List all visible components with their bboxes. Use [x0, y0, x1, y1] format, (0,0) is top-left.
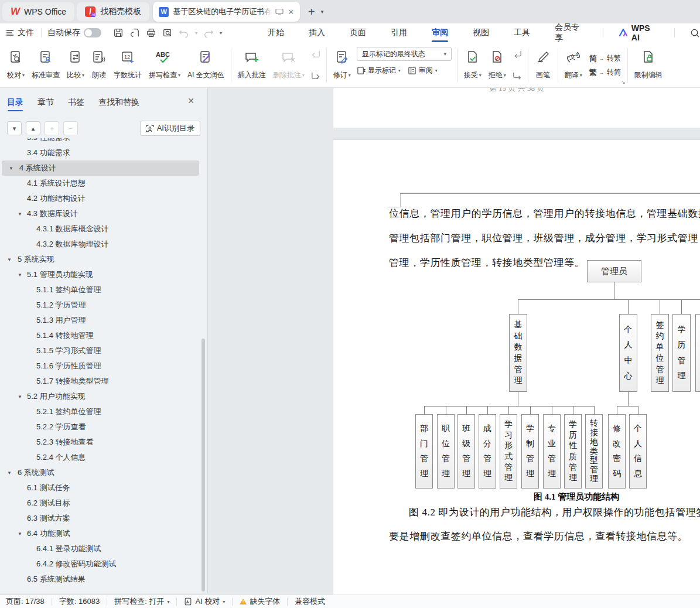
- panel-tab-chapters[interactable]: 章节: [37, 97, 54, 112]
- next-change-icon[interactable]: [512, 71, 523, 80]
- print-icon[interactable]: [146, 28, 156, 38]
- read-aloud-button[interactable]: 朗读: [88, 45, 110, 86]
- new-tab-button[interactable]: +: [308, 5, 315, 19]
- toc-item[interactable]: ▼6 系统测试: [0, 465, 207, 480]
- compare-button[interactable]: 比较▾: [63, 45, 88, 86]
- toc-item[interactable]: ▼5.1 管理员功能实现: [0, 267, 207, 282]
- toc-item[interactable]: 6.1 测试任务: [0, 480, 207, 496]
- word-count-indicator[interactable]: 字数: 16083: [59, 596, 100, 607]
- toc-item[interactable]: 3.3 性能需求: [0, 138, 207, 145]
- show-markup-button[interactable]: 显示标记▾: [357, 66, 401, 76]
- ai-proofread-status[interactable]: AI 校对▾: [184, 596, 225, 607]
- undo-chevron-icon[interactable]: ▾: [195, 30, 197, 36]
- restrict-editing-button[interactable]: 限制编辑: [631, 45, 666, 86]
- menu-page[interactable]: 页面: [349, 25, 367, 41]
- present-icon[interactable]: [275, 8, 284, 15]
- next-comment-icon[interactable]: [310, 71, 321, 80]
- autosave-toggle[interactable]: [84, 28, 101, 37]
- panel-tab-bookmarks[interactable]: 书签: [68, 97, 84, 112]
- save-icon[interactable]: [113, 28, 124, 38]
- tab-document-active[interactable]: W 基于区块链的电子学历证书存 ✕: [153, 2, 300, 22]
- toc-item[interactable]: 3.4 功能需求: [0, 145, 207, 160]
- toc-item[interactable]: 5.2.3 转接地查看: [0, 435, 207, 450]
- toc-item[interactable]: ▼4 系统设计: [2, 160, 199, 176]
- menu-tools[interactable]: 工具: [513, 25, 531, 41]
- redo-icon[interactable]: [203, 28, 214, 37]
- previous-comment-icon[interactable]: [310, 49, 321, 59]
- accept-button[interactable]: 接受▾: [460, 45, 485, 86]
- toc-item[interactable]: 4.1 系统设计思想: [0, 176, 207, 191]
- toc-item[interactable]: 5.1.4 转接地管理: [0, 328, 207, 343]
- wps-ai-button[interactable]: WPS AI: [619, 23, 660, 42]
- previous-change-icon[interactable]: [512, 49, 523, 59]
- document-area[interactable]: 第 15 页 共 38 页 位信息，管理用户的学历信息，管理用户的转接地信息，管…: [208, 88, 700, 595]
- toc-item[interactable]: 5.1.6 学历性质管理: [0, 358, 207, 374]
- menu-view[interactable]: 视图: [472, 25, 490, 41]
- file-menu[interactable]: 文件: [0, 28, 41, 38]
- menu-home[interactable]: 开始: [267, 25, 285, 41]
- toc-item[interactable]: 4.3.1 数据库概念设计: [0, 221, 207, 237]
- ai-recognize-toc-button[interactable]: AI识别目录: [140, 121, 200, 136]
- print-preview-icon[interactable]: [162, 28, 173, 38]
- panel-tab-find-replace[interactable]: 查找和替换: [98, 97, 139, 112]
- expand-triangle-icon[interactable]: ▼: [18, 531, 22, 537]
- expand-triangle-icon[interactable]: ▼: [18, 394, 22, 399]
- missing-font-warning[interactable]: 缺失字体: [240, 596, 280, 607]
- group-expand-icon[interactable]: ↘: [621, 79, 626, 85]
- toc-scrollbar[interactable]: [202, 339, 205, 592]
- toc-item[interactable]: ▼5.2 用户功能实现: [0, 389, 207, 404]
- tab-wps-office[interactable]: W WPS Office: [2, 2, 74, 21]
- delete-comment-button[interactable]: 删除批注▾: [269, 45, 308, 86]
- toc-item[interactable]: 5.2.4 个人信息: [0, 450, 207, 465]
- menu-review[interactable]: 审阅: [431, 25, 449, 41]
- close-panel-icon[interactable]: ✕: [187, 96, 194, 105]
- standard-review-button[interactable]: 标准审查: [28, 45, 63, 86]
- toc-item[interactable]: 4.2 功能结构设计: [0, 191, 207, 206]
- toc-item[interactable]: 6.4.1 登录功能测试: [0, 541, 207, 556]
- current-page[interactable]: 位信息，管理用户的学历信息，管理用户的转接地信息，管理基础数据，基 管理包括部门…: [333, 139, 700, 595]
- zoom-out-button[interactable]: －: [63, 121, 78, 135]
- toc-item[interactable]: 6.2 测试目标: [0, 496, 207, 511]
- reject-button[interactable]: 拒绝▾: [485, 45, 510, 86]
- word-count-button[interactable]: 12 字数统计: [110, 45, 145, 86]
- toc-item[interactable]: ▼5 系统实现: [0, 252, 207, 267]
- export-icon[interactable]: [129, 28, 140, 38]
- autosave-control[interactable]: 自动保存: [42, 28, 107, 38]
- markup-state-dropdown[interactable]: 显示标记的最终状态 ▾: [357, 47, 452, 61]
- ink-brush-button[interactable]: 画笔: [531, 45, 555, 86]
- toc-item[interactable]: 6.5 系统测试结果: [0, 572, 207, 587]
- toc-item[interactable]: 5.1.7 转接地类型管理: [0, 374, 207, 389]
- spell-check-status[interactable]: 拼写检查: 打开▾: [114, 596, 169, 607]
- translate-button[interactable]: 文A 翻译▾: [561, 45, 586, 86]
- review-pane-button[interactable]: 审阅▾: [408, 66, 438, 76]
- quickbar-chevron-icon[interactable]: ▾: [220, 30, 222, 36]
- toc-item[interactable]: ▼4.3 数据库设计: [0, 206, 207, 221]
- toc-item[interactable]: 5.2.2 学历查看: [0, 419, 207, 435]
- collapse-all-button[interactable]: ▾: [7, 121, 22, 135]
- zoom-in-button[interactable]: ＋: [45, 121, 59, 135]
- toc-item[interactable]: 5.1.1 签约单位管理: [0, 282, 207, 298]
- tab-list-chevron-icon[interactable]: ▾: [321, 9, 324, 15]
- proofread-button[interactable]: 校对▾: [4, 45, 28, 86]
- expand-triangle-icon[interactable]: ▼: [18, 211, 22, 217]
- track-changes-button[interactable]: 修订▾: [330, 45, 354, 86]
- expand-triangle-icon[interactable]: ▼: [18, 272, 22, 278]
- toc-item[interactable]: 6.3 测试方案: [0, 511, 207, 526]
- toc-item[interactable]: 5.1.3 用户管理: [0, 313, 207, 328]
- previous-page[interactable]: 第 15 页 共 38 页: [333, 88, 700, 128]
- page-indicator[interactable]: 页面: 17/38: [6, 596, 45, 607]
- panel-tab-toc[interactable]: 目录: [7, 97, 23, 112]
- traditional-to-simplified-button[interactable]: 繁→ 转简: [589, 67, 621, 78]
- undo-icon[interactable]: [179, 28, 189, 37]
- insert-comment-button[interactable]: 插入批注: [234, 45, 269, 86]
- expand-triangle-icon[interactable]: ▼: [9, 166, 13, 171]
- expand-all-button[interactable]: ▴: [26, 121, 40, 135]
- search-icon[interactable]: [690, 28, 700, 38]
- toc-item[interactable]: 4.3.2 数据库物理设计: [0, 237, 207, 252]
- expand-triangle-icon[interactable]: ▼: [7, 257, 12, 262]
- toc-item[interactable]: 5.2.1 签约单位管理: [0, 404, 207, 419]
- close-tab-icon[interactable]: ✕: [288, 8, 294, 16]
- expand-triangle-icon[interactable]: ▼: [7, 470, 12, 476]
- toc-item[interactable]: ▼6.4 功能测试: [0, 526, 207, 541]
- menu-reference[interactable]: 引用: [390, 25, 408, 41]
